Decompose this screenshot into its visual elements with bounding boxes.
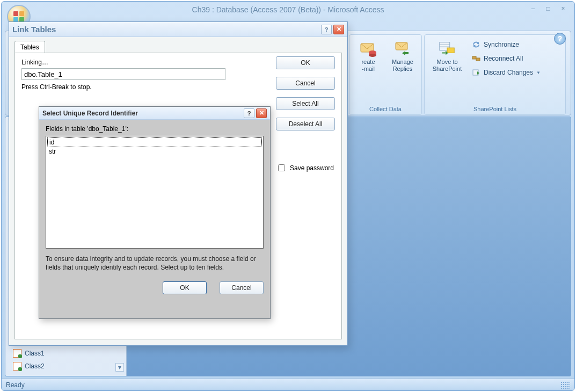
- app-titlebar[interactable]: Ch39 : Database (Access 2007 (Beta)) - M…: [2, 2, 574, 18]
- table-icon: [13, 349, 21, 358]
- help-button[interactable]: ?: [554, 33, 566, 45]
- big-button-label: Manage Replies: [392, 59, 413, 72]
- deselect-all-button[interactable]: Deselect All: [276, 118, 335, 130]
- select-all-button[interactable]: Select All: [276, 97, 335, 110]
- dialog-close-button[interactable]: ✕: [333, 25, 344, 34]
- envelope-reply-icon: [393, 39, 412, 57]
- dialog-help-button[interactable]: ?: [321, 25, 332, 34]
- dialog-close-button[interactable]: ✕: [256, 108, 267, 118]
- cancel-button[interactable]: Cancel: [276, 77, 335, 90]
- svg-rect-9: [472, 56, 476, 59]
- dialog-help-button[interactable]: ?: [244, 108, 254, 118]
- ribbon-group-label: SharePoint Lists: [428, 105, 562, 113]
- save-password-checkbox[interactable]: Save password: [276, 163, 334, 173]
- small-button-label: Synchronize: [484, 41, 519, 48]
- big-button-label: reate -mail: [361, 59, 375, 72]
- field-row[interactable]: id: [47, 137, 262, 147]
- tab-tables[interactable]: Tables: [14, 41, 45, 53]
- field-row[interactable]: str: [47, 147, 262, 156]
- dialog-titlebar[interactable]: Select Unique Record Identifier ? ✕: [39, 107, 270, 120]
- restore-button[interactable]: □: [541, 4, 555, 13]
- sync-icon: [472, 40, 480, 49]
- save-password-label: Save password: [290, 164, 334, 172]
- envelope-database-icon: [359, 39, 377, 57]
- big-button-label: Move to SharePoint: [433, 59, 462, 72]
- fields-label: Fields in table 'dbo_Table_1':: [46, 125, 264, 133]
- ok-button[interactable]: OK: [163, 281, 207, 294]
- nav-item[interactable]: Class2: [9, 360, 123, 373]
- synchronize-button[interactable]: Synchronize: [470, 39, 543, 50]
- ribbon-group-label: Collect Data: [353, 105, 418, 113]
- fields-listbox[interactable]: id str: [46, 136, 264, 249]
- reconnect-all-button[interactable]: Reconnect All: [470, 53, 543, 64]
- reconnect-icon: [472, 54, 480, 63]
- discard-icon: [472, 68, 480, 77]
- dialog-title: Link Tables: [12, 25, 56, 34]
- cancel-button[interactable]: Cancel: [220, 281, 264, 294]
- select-unique-record-identifier-dialog: Select Unique Record Identifier ? ✕ Fiel…: [39, 106, 271, 319]
- nav-item[interactable]: Class1: [9, 347, 123, 360]
- nav-item-label: Class2: [25, 362, 45, 370]
- ok-button[interactable]: OK: [276, 56, 335, 69]
- small-button-label: Reconnect All: [484, 55, 523, 62]
- ribbon-group-collect-data: reate -mail Manage Replies: [349, 34, 422, 115]
- linking-table-field[interactable]: [21, 68, 225, 80]
- small-button-label: Discard Changes: [484, 69, 533, 76]
- manage-replies-button[interactable]: Manage Replies: [387, 37, 418, 72]
- svg-rect-8: [447, 48, 454, 53]
- table-icon: [13, 362, 21, 371]
- nav-item-label: Class1: [25, 350, 45, 357]
- close-button[interactable]: ×: [556, 4, 570, 13]
- resize-grip-icon[interactable]: [560, 381, 570, 389]
- move-to-sharepoint-button[interactable]: Move to SharePoint: [428, 37, 466, 72]
- dialog-titlebar[interactable]: Link Tables ? ✕: [9, 22, 347, 37]
- dialog-instruction: To ensure data integrity and to update r…: [46, 255, 264, 272]
- status-text: Ready: [6, 381, 25, 389]
- status-bar: Ready: [2, 379, 574, 390]
- sharepoint-move-icon: [438, 39, 456, 57]
- dialog-title: Select Unique Record Identifier: [42, 110, 138, 117]
- ribbon-group-sharepoint-lists: Move to SharePoint Synchronize: [424, 34, 566, 115]
- nav-scroll-down-button[interactable]: ▾: [115, 363, 124, 372]
- svg-point-3: [369, 54, 376, 57]
- save-password-input[interactable]: [278, 164, 285, 171]
- chevron-down-icon: ▼: [536, 70, 541, 75]
- svg-rect-10: [476, 58, 480, 61]
- discard-changes-button[interactable]: Discard Changes ▼: [470, 67, 543, 78]
- minimize-button[interactable]: –: [526, 4, 540, 13]
- create-email-button[interactable]: reate -mail: [353, 37, 384, 72]
- app-title: Ch39 : Database (Access 2007 (Beta)) - M…: [2, 5, 574, 14]
